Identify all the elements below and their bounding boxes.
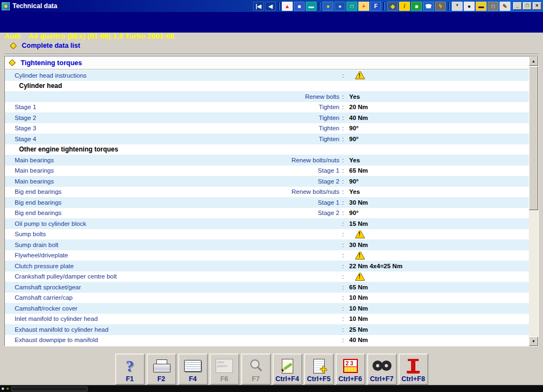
- row-label: Big end bearings: [15, 210, 61, 216]
- row-colon: :: [342, 294, 344, 301]
- phone-icon[interactable]: ☎: [423, 2, 434, 11]
- window-controls: _□×: [513, 2, 541, 10]
- row-label: Stage 3: [15, 125, 36, 131]
- row-value: 90°: [349, 125, 358, 131]
- tyres-icon: [372, 360, 392, 372]
- taskbar-button[interactable]: [11, 387, 87, 391]
- notes-icon[interactable]: ✎: [500, 2, 510, 11]
- table-row: Clutch pressure plate:22 Nm 4x4=25 Nm: [5, 261, 529, 271]
- section-divider: [4, 54, 539, 55]
- row-value: 22 Nm 4x4=25 Nm: [349, 263, 402, 269]
- tightening-torques-label: Tightening torques: [21, 59, 82, 67]
- row-value: 40 Nm: [349, 115, 368, 121]
- button-label: F4: [179, 375, 207, 383]
- calendar-digits: 23: [344, 360, 357, 367]
- button-f1[interactable]: ?F1: [115, 353, 145, 385]
- table-row: Cylinder head instructions:: [5, 70, 529, 81]
- row-colon: :: [342, 125, 344, 131]
- row-colon: :: [342, 326, 344, 333]
- row-mid-label: Renew bolts: [184, 93, 339, 100]
- manual-icon[interactable]: ■: [294, 2, 305, 11]
- globe-icon[interactable]: ●: [323, 2, 333, 11]
- row-label: Stage 4: [15, 136, 36, 142]
- button-label: F2: [148, 375, 175, 383]
- monitor-icon[interactable]: □: [346, 2, 357, 11]
- row-label: Inlet manifold to cylinder head: [15, 315, 98, 322]
- close-button[interactable]: ×: [533, 2, 541, 10]
- nav-first-icon[interactable]: |◀: [253, 2, 264, 11]
- maximize-button[interactable]: □: [523, 2, 532, 10]
- button-label: F6: [211, 375, 238, 383]
- dial-icon[interactable]: ●: [464, 2, 475, 11]
- alert-icon[interactable]: ▲: [282, 2, 293, 11]
- row-value: 15 Nm: [349, 220, 368, 227]
- row-colon: :: [342, 305, 344, 312]
- button-f4[interactable]: F4: [178, 353, 208, 385]
- taskbar-app-icon[interactable]: ●: [7, 387, 9, 391]
- nav-back-icon[interactable]: ◀: [265, 2, 276, 11]
- battery-icon[interactable]: ■: [411, 2, 422, 11]
- scrollbar-down-button[interactable]: ▼: [529, 337, 538, 346]
- row-value: 90°: [349, 210, 358, 216]
- icon-text: Dtief ghijklm: [216, 359, 232, 369]
- spark-icon[interactable]: ϟ: [435, 2, 446, 11]
- app-window: { "window": { "title": "Technical data" …: [0, 0, 543, 392]
- wrench-icon[interactable]: /: [399, 2, 410, 11]
- button-ctrl-f5[interactable]: Ctrl+F5: [304, 353, 334, 385]
- diamond-icon: [10, 42, 17, 49]
- car-lift-icon[interactable]: ▬: [476, 2, 487, 11]
- data-list-icon: [184, 360, 201, 372]
- button-icon-area: [242, 356, 270, 376]
- row-mid-label: Renew bolts/nuts: [184, 188, 339, 195]
- button-ctrl-f4[interactable]: Ctrl+F4: [273, 353, 302, 385]
- table-row: Oil pump to cylinder block:15 Nm: [5, 218, 529, 229]
- button-f6: Dtief ghijklmF6: [210, 353, 239, 385]
- titlebar: ◆ Technical data |◀◀▲■▬●●□+F◆/■☎ϟ*●▬□✎ _…: [0, 0, 543, 12]
- gear-icon[interactable]: *: [452, 2, 463, 11]
- toolbar-separator: [448, 2, 450, 10]
- warning-icon: [356, 273, 364, 280]
- button-ctrl-f6[interactable]: 23Ctrl+F6: [336, 353, 365, 385]
- button-label: Ctrl+F5: [305, 375, 333, 383]
- button-f2[interactable]: F2: [147, 353, 176, 385]
- row-label: Sump drain bolt: [15, 242, 59, 248]
- row-value: 90°: [349, 136, 358, 142]
- button-f7: F7: [241, 353, 271, 385]
- file-icon[interactable]: F: [370, 2, 381, 11]
- vertical-scrollbar[interactable]: ▲ ▼: [529, 56, 538, 346]
- table-row: Exhaust manifold to cylinder head:25 Nm: [5, 324, 529, 335]
- calendar-icon: 23: [343, 359, 358, 373]
- chart-icon[interactable]: ◆: [387, 2, 398, 11]
- desktop-icon[interactable]: □: [488, 2, 498, 11]
- complete-data-list-bar[interactable]: Complete data list: [9, 40, 80, 52]
- row-label: Crankshaft pulley/damper centre bolt: [15, 273, 117, 280]
- button-label: F1: [116, 375, 144, 383]
- row-mid-label: Stage 2: [184, 210, 339, 216]
- button-icon-area: 23: [337, 356, 364, 376]
- row-colon: :: [342, 337, 344, 343]
- toolbar-separator: [383, 2, 385, 10]
- row-colon: :: [342, 242, 344, 248]
- screen-icon[interactable]: ▬: [306, 2, 317, 11]
- row-colon: :: [342, 263, 344, 269]
- scrollbar-thumb[interactable]: [529, 66, 538, 210]
- table-row: Camshaft sprocket/gear:65 Nm: [5, 282, 529, 293]
- scrollbar-up-button[interactable]: ▲: [529, 56, 538, 66]
- titlebar-toolbar: |◀◀▲■▬●●□+F◆/■☎ϟ*●▬□✎: [253, 2, 510, 11]
- minimize-button[interactable]: _: [513, 2, 522, 10]
- button-ctrl-f7[interactable]: Ctrl+F7: [367, 353, 397, 385]
- taskbar-window-icon[interactable]: ■: [2, 387, 4, 391]
- row-label: Exhaust downpipe to manifold: [15, 337, 98, 343]
- service-icon[interactable]: +: [358, 2, 369, 11]
- tightening-torques-bar[interactable]: Tightening torques: [5, 56, 529, 69]
- button-icon-area: [305, 356, 333, 376]
- button-ctrl-f8[interactable]: Ctrl+F8: [399, 353, 428, 385]
- gauge-icon[interactable]: ●: [334, 2, 345, 11]
- table-row: Crankshaft pulley/damper centre bolt:: [5, 271, 529, 282]
- button-icon-area: ?: [116, 356, 144, 376]
- toolbar-separator: [278, 2, 280, 10]
- table-row: Main bearingsStage 2:90°: [5, 176, 529, 187]
- warning-icon: [356, 251, 364, 259]
- row-label: Stage 2: [15, 115, 36, 121]
- data-list-panel: Tightening torques Cylinder head instruc…: [4, 56, 539, 346]
